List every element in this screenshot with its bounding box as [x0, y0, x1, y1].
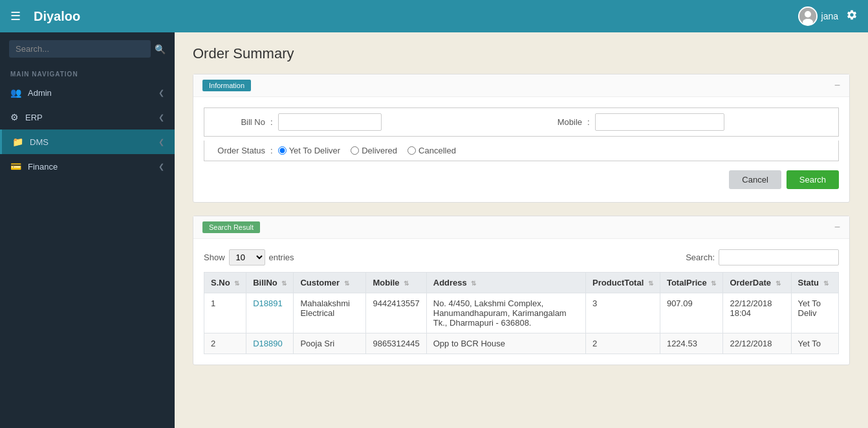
- result-panel-body: Show 10 25 50 100 entries Search:: [193, 239, 849, 365]
- order-status-cell: Order Status : Yet To Deliver Delivered: [204, 141, 838, 161]
- radio-yet-to-deliver[interactable]: Yet To Deliver: [278, 146, 341, 155]
- dms-icon: 📁: [12, 137, 23, 147]
- result-collapse-icon[interactable]: −: [834, 221, 840, 233]
- col-mobile: Mobile ⇅: [366, 273, 426, 293]
- order-status-radio-group: Yet To Deliver Delivered Cancelled: [278, 146, 456, 155]
- cell-address: Opp to BCR House: [426, 333, 585, 354]
- billno-link[interactable]: D18890: [253, 339, 283, 348]
- info-panel-header: Information −: [193, 74, 849, 97]
- mobile-label: Mobile: [530, 117, 582, 127]
- cell-billno: D18891: [246, 293, 294, 333]
- radio-delivered[interactable]: Delivered: [351, 146, 397, 155]
- info-badge: Information: [202, 80, 251, 91]
- brand-name: Diyaloo: [34, 9, 80, 24]
- sidebar-item-finance[interactable]: 💳 Finance ❮: [0, 154, 175, 179]
- sidebar-item-dms[interactable]: 📁 DMS ❮: [0, 130, 175, 154]
- username-label: jana: [821, 11, 838, 21]
- dms-chevron-icon: ❮: [158, 138, 164, 146]
- cell-order-date: 22/12/2018 18:04: [723, 293, 791, 333]
- order-status-row: Order Status : Yet To Deliver Delivered: [204, 141, 839, 161]
- col-status: Statu ⇅: [791, 273, 838, 293]
- entries-select[interactable]: 10 25 50 100: [229, 249, 265, 265]
- sidebar-item-finance-label: Finance: [28, 162, 58, 172]
- admin-chevron-icon: ❮: [158, 89, 164, 97]
- product-total-sort-icon[interactable]: ⇅: [648, 280, 653, 287]
- sidebar-section-label: MAIN NAVIGATION: [0, 65, 175, 80]
- billno-link[interactable]: D18891: [253, 298, 283, 308]
- mobile-input[interactable]: [595, 113, 724, 131]
- cell-customer: Pooja Sri: [294, 333, 366, 354]
- col-order-date: OrderDate ⇅: [723, 273, 791, 293]
- col-customer: Customer ⇅: [294, 273, 366, 293]
- col-sno: S.No ⇅: [204, 273, 246, 293]
- col-billno: BillNo ⇅: [246, 273, 294, 293]
- cell-product-total: 3: [586, 293, 660, 333]
- order-date-sort-icon[interactable]: ⇅: [776, 280, 781, 287]
- table-header-row: S.No ⇅ BillNo ⇅ Customer ⇅ Mobile ⇅ Addr…: [204, 273, 839, 293]
- svg-point-1: [805, 11, 811, 17]
- settings-icon[interactable]: [846, 9, 858, 23]
- sidebar-search-icon: 🔍: [155, 44, 166, 54]
- search-button[interactable]: Search: [787, 170, 839, 189]
- customer-sort-icon[interactable]: ⇅: [344, 280, 349, 287]
- page-title: Order Summary: [193, 45, 850, 62]
- user-info: jana: [798, 6, 838, 26]
- status-sort-icon[interactable]: ⇅: [823, 280, 829, 287]
- form-buttons: Cancel Search: [204, 165, 839, 192]
- address-sort-icon[interactable]: ⇅: [471, 280, 476, 287]
- info-panel-body: Bill No : Mobile : Order Status :: [193, 97, 849, 202]
- menu-icon[interactable]: ☰: [10, 9, 21, 23]
- bill-mobile-row: Bill No : Mobile :: [204, 107, 839, 137]
- sidebar-item-erp-label: ERP: [25, 113, 43, 122]
- result-panel: Search Result − Show 10 25 50 100 entrie…: [193, 216, 850, 365]
- order-status-label: Order Status: [213, 146, 265, 155]
- sidebar-item-dms-label: DMS: [30, 137, 49, 147]
- show-label: Show: [204, 253, 225, 262]
- bill-no-cell: Bill No :: [204, 108, 521, 136]
- finance-chevron-icon: ❮: [158, 163, 164, 171]
- col-total-price: TotalPrice ⇅: [660, 273, 723, 293]
- cell-sno: 2: [204, 333, 246, 354]
- table-row: 1 D18891 Mahalakshmi Electrical 94424135…: [204, 293, 839, 333]
- cell-mobile: 9865312445: [366, 333, 426, 354]
- cell-status: Yet To Deliv: [791, 293, 838, 333]
- main-content: Order Summary Information − Bill No : Mo…: [175, 32, 868, 428]
- information-panel: Information − Bill No : Mobile :: [193, 74, 850, 203]
- cell-billno: D18890: [246, 333, 294, 354]
- cancel-button[interactable]: Cancel: [729, 170, 781, 189]
- sidebar-search-area: 🔍: [0, 32, 175, 65]
- cell-customer: Mahalakshmi Electrical: [294, 293, 366, 333]
- admin-icon: 👥: [10, 87, 21, 98]
- bill-no-input[interactable]: [278, 113, 382, 131]
- col-product-total: ProductTotal ⇅: [586, 273, 660, 293]
- avatar: [798, 6, 818, 26]
- sidebar: 🔍 MAIN NAVIGATION 👥 Admin ❮ ⚙ ERP ❮ 📁 DM…: [0, 32, 175, 428]
- navbar-right: jana: [798, 6, 858, 26]
- navbar: ☰ Diyaloo jana: [0, 0, 868, 32]
- sno-sort-icon[interactable]: ⇅: [234, 280, 239, 287]
- finance-icon: 💳: [10, 161, 21, 172]
- erp-chevron-icon: ❮: [158, 113, 164, 122]
- entries-label: entries: [269, 253, 294, 262]
- cell-status: Yet To: [791, 333, 838, 354]
- table-search-area: Search:: [686, 249, 839, 265]
- cell-order-date: 22/12/2018: [723, 333, 791, 354]
- table-row: 2 D18890 Pooja Sri 9865312445 Opp to BCR…: [204, 333, 839, 354]
- table-search-label: Search:: [686, 253, 715, 262]
- billno-sort-icon[interactable]: ⇅: [281, 280, 287, 287]
- sidebar-item-erp[interactable]: ⚙ ERP ❮: [0, 105, 175, 130]
- total-price-sort-icon[interactable]: ⇅: [711, 280, 716, 287]
- table-search-input[interactable]: [719, 249, 839, 265]
- mobile-sort-icon[interactable]: ⇅: [404, 280, 409, 287]
- result-badge: Search Result: [202, 221, 260, 233]
- table-controls: Show 10 25 50 100 entries Search:: [204, 249, 839, 265]
- radio-cancelled[interactable]: Cancelled: [407, 146, 456, 155]
- sidebar-item-admin[interactable]: 👥 Admin ❮: [0, 80, 175, 105]
- results-table: S.No ⇅ BillNo ⇅ Customer ⇅ Mobile ⇅ Addr…: [204, 272, 839, 354]
- cell-total-price: 1224.53: [660, 333, 723, 354]
- result-panel-header: Search Result −: [193, 216, 849, 239]
- sidebar-search-input[interactable]: [9, 40, 151, 58]
- col-address: Address ⇅: [426, 273, 585, 293]
- info-collapse-icon[interactable]: −: [834, 80, 840, 91]
- erp-icon: ⚙: [10, 112, 19, 122]
